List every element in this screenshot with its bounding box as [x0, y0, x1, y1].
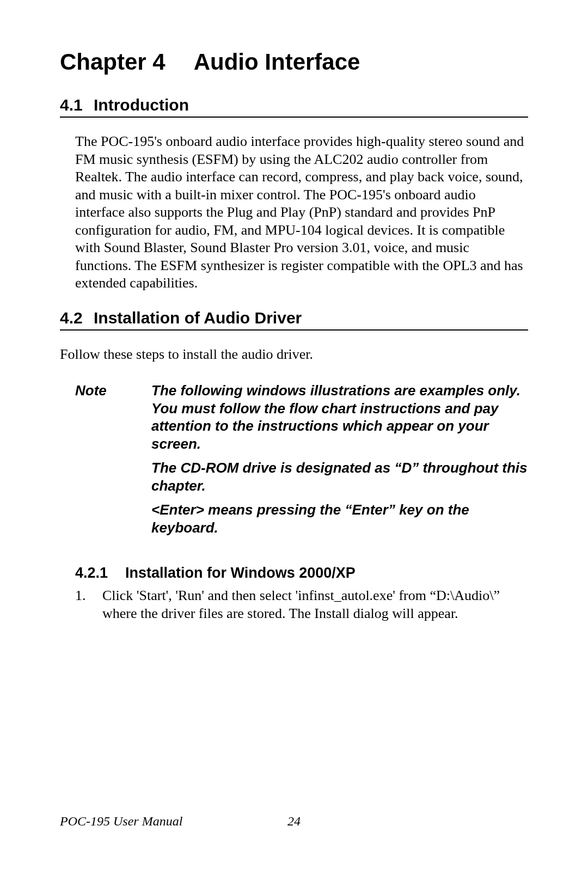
- section-4-1-heading: 4.1 Introduction: [60, 96, 528, 114]
- section-number: 4.2: [60, 309, 94, 327]
- section-4-2-1-heading: 4.2.1 Installation for Windows 2000/XP: [75, 565, 528, 582]
- chapter-name: Audio Interface: [194, 49, 360, 75]
- note-block: Note The following windows illustrations…: [75, 382, 528, 543]
- chapter-title: Chapter 4Audio Interface: [60, 49, 528, 75]
- section-title: Installation of Audio Driver: [94, 309, 302, 327]
- page-footer: POC-195 User Manual 24: [60, 814, 528, 829]
- footer-doc-title: POC-195 User Manual: [60, 814, 182, 828]
- step-1: 1. Click 'Start', 'Run' and then select …: [75, 587, 528, 622]
- subsection-title: Installation for Windows 2000/XP: [125, 565, 356, 582]
- subsection-number: 4.2.1: [75, 565, 125, 582]
- chapter-number: Chapter 4: [60, 49, 166, 75]
- section-4-1-body: The POC-195's onboard audio interface pr…: [75, 133, 528, 292]
- note-paragraph: <Enter> means pressing the “Enter” key o…: [151, 501, 528, 536]
- note-body: The following windows illustrations are …: [151, 382, 528, 543]
- section-title: Introduction: [94, 96, 189, 114]
- note-paragraph: The CD-ROM drive is designated as “D” th…: [151, 459, 528, 494]
- note-paragraph: The following windows illustrations are …: [151, 382, 528, 452]
- section-rule: [60, 117, 528, 118]
- section-4-2-intro: Follow these steps to install the audio …: [60, 346, 528, 364]
- section-rule: [60, 329, 528, 331]
- footer-page-number: 24: [287, 814, 301, 829]
- document-page: Chapter 4Audio Interface 4.1 Introductio…: [0, 0, 588, 881]
- note-label: Note: [75, 382, 151, 543]
- section-4-2-heading: 4.2 Installation of Audio Driver: [60, 309, 528, 327]
- step-text: Click 'Start', 'Run' and then select 'in…: [102, 587, 528, 622]
- step-number: 1.: [75, 587, 102, 622]
- section-number: 4.1: [60, 96, 94, 114]
